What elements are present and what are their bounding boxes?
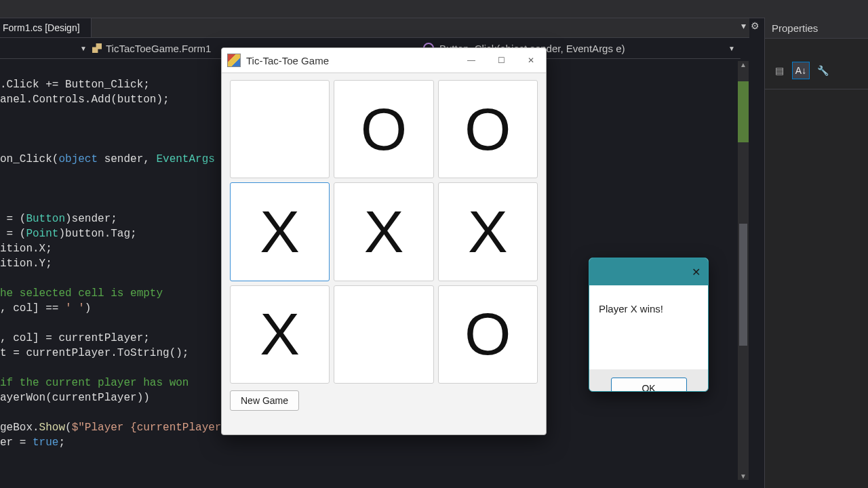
- message-box-text: Player X wins!: [589, 285, 708, 369]
- board-cell-4[interactable]: X: [334, 182, 433, 281]
- board-cell-0[interactable]: [230, 80, 330, 178]
- board-cell-1[interactable]: O: [334, 80, 433, 178]
- window-titlebar[interactable]: Tic-Tac-Toe Game — ☐ ✕: [222, 48, 546, 73]
- chevron-down-icon: ▼: [80, 45, 87, 52]
- board-cell-3[interactable]: X: [230, 182, 330, 281]
- minimize-button[interactable]: —: [456, 48, 486, 73]
- tic-tac-toe-window: Tic-Tac-Toe Game — ☐ ✕ OOXXXXO New Game: [221, 47, 547, 435]
- window-title: Tic-Tac-Toe Game: [246, 55, 456, 66]
- nav-scope-dropdown[interactable]: ▼: [0, 45, 92, 52]
- document-tab-strip: Form1.cs [Design]: [0, 18, 749, 38]
- winforms-app-icon: [227, 54, 241, 67]
- board-cell-6[interactable]: X: [230, 285, 330, 384]
- tab-settings-gear-icon[interactable]: ⚙: [751, 20, 760, 31]
- categorized-view-button[interactable]: ▤: [770, 62, 788, 79]
- message-box-titlebar[interactable]: ✕: [589, 258, 708, 285]
- board-cell-2[interactable]: O: [438, 80, 538, 178]
- nav-class-label: TicTacToeGame.Form1: [106, 43, 211, 54]
- chevron-down-icon: ▼: [728, 45, 735, 52]
- scroll-up-icon[interactable]: ▲: [738, 61, 749, 68]
- close-button[interactable]: ✕: [516, 48, 546, 73]
- game-board: OOXXXXO: [222, 73, 546, 388]
- close-icon[interactable]: ✕: [689, 265, 703, 279]
- board-cell-7[interactable]: [334, 285, 433, 384]
- board-cell-8[interactable]: O: [438, 285, 538, 384]
- property-pages-button[interactable]: 🔧: [814, 62, 831, 79]
- class-icon: [92, 43, 102, 53]
- scroll-region-indicator: [738, 81, 749, 142]
- tab-label: Form1.cs [Design]: [3, 22, 80, 33]
- message-box-footer: OK: [589, 369, 708, 392]
- ide-top-toolbar: [0, 0, 868, 18]
- properties-panel: Properties ▤ A↓ 🔧: [764, 18, 868, 488]
- board-cell-5[interactable]: X: [438, 182, 538, 281]
- new-game-button[interactable]: New Game: [230, 390, 299, 411]
- scrollbar-thumb[interactable]: [739, 224, 747, 346]
- properties-title: Properties: [765, 18, 868, 39]
- tab-overflow-dropdown-icon[interactable]: ▾: [741, 20, 746, 31]
- editor-scrollbar[interactable]: ▲ ▼: [738, 61, 749, 480]
- maximize-button[interactable]: ☐: [486, 48, 516, 73]
- alphabetical-view-button[interactable]: A↓: [792, 62, 810, 79]
- tab-form-designer[interactable]: Form1.cs [Design]: [0, 18, 92, 37]
- properties-toolbar: ▤ A↓ 🔧: [765, 39, 868, 89]
- message-box: ✕ Player X wins! OK: [589, 258, 709, 392]
- ok-button[interactable]: OK: [611, 378, 687, 392]
- scroll-down-icon[interactable]: ▼: [738, 472, 749, 480]
